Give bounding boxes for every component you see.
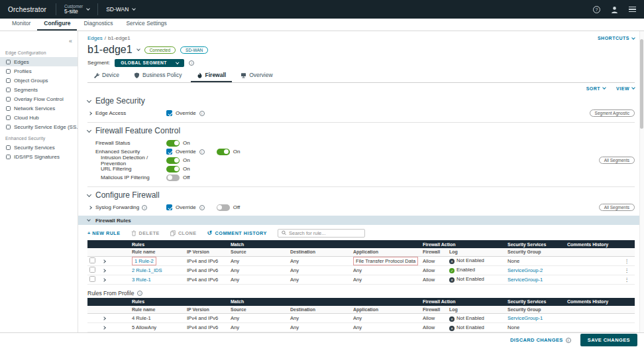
chevron-down-icon [631,36,635,40]
malicious-ip-filtering-toggle[interactable] [166,174,180,181]
firewall-status-state: On [183,140,190,146]
cell-rule-name: 3 Rule-1 [130,275,185,284]
rule-name-link[interactable]: 1 Rule-2 [134,258,154,264]
firewall-rule-row[interactable]: 3 Rule-1 IPv4 and IPv6 Any Any Any Allow… [87,275,635,284]
clone-button[interactable]: CLONE [170,230,197,236]
log-state-text: Not Enabled [456,276,484,282]
delete-button[interactable]: DELETE [131,230,160,236]
shortcuts-button[interactable]: SHORTCUTS [598,36,635,40]
firewall-rule-row[interactable]: 1 Rule-2 IPv4 and IPv6 Any Any File Tran… [87,256,635,265]
sidebar-item-ids-ips-signatures[interactable]: IDS/IPS Signatures [0,152,78,161]
sidebar-item-profiles[interactable]: Profiles [0,66,78,76]
collapse-sidebar-button[interactable]: « [69,38,72,44]
all-segments-badge: All Segments [599,157,635,164]
expand-row-icon[interactable] [102,326,106,330]
enhanced-security-toggle[interactable] [217,149,230,155]
breadcrumb-edges-link[interactable]: Edges [87,35,103,41]
security-group-link[interactable]: ServiceGroup-1 [508,277,543,283]
configure-firewall-section-header[interactable]: Configure Firewall [87,190,635,200]
firewall-rules-bar[interactable]: Firewall Rules [78,216,644,225]
tab-device-label: Device [102,72,119,78]
security-group-link[interactable]: ServiceGroup-2 [508,267,543,273]
rule-name-link[interactable]: 3 Rule-1 [132,277,151,283]
firewall-feature-control-title: Firewall Feature Control [95,126,180,135]
expand-row-icon[interactable] [102,278,106,282]
enhanced-security-state: On [233,149,241,155]
tab-overview[interactable]: Overview [235,71,278,82]
comment-history-button[interactable]: ↺ COMMENT HISTORY [207,230,267,236]
cell-firewall: Allow [421,323,447,332]
expand-row-icon[interactable] [102,316,106,320]
view-button[interactable]: VIEW [616,86,635,91]
help-icon[interactable]: ? [593,6,600,13]
url-filtering-toggle[interactable] [166,166,180,173]
tab-device[interactable]: Device [87,71,125,82]
expand-row-icon[interactable] [102,269,106,273]
title-dropdown-icon[interactable] [136,47,140,51]
firewall-status-toggle[interactable] [166,140,180,147]
cell-security-group: None [506,256,565,265]
rule-search-input[interactable] [289,230,361,236]
product-dropdown[interactable]: SD-WAN [98,0,143,19]
nav-tab-monitor[interactable]: Monitor [5,18,37,31]
sidebar-item-segments[interactable]: Segments [0,85,78,94]
intrusion-detection-toggle[interactable] [166,157,180,164]
expand-edge-access-icon[interactable] [88,111,92,115]
annotation-box: 1 Rule-2 [132,257,156,265]
sidebar-item-security-service-edge[interactable]: Security Service Edge (SS... [0,122,78,131]
nav-tab-diagnostics[interactable]: Diagnostics [77,18,119,31]
enhanced-security-override-checkbox[interactable] [166,149,172,155]
save-changes-button[interactable]: SAVE CHANGES [580,334,637,346]
expand-row-icon[interactable] [102,259,106,263]
help-glyph: ? [593,6,600,13]
scrollbar-track[interactable] [639,31,644,332]
user-icon[interactable] [611,6,618,13]
syslog-override-checkbox[interactable] [166,204,172,210]
firewall-feature-control-section-header[interactable]: Firewall Feature Control [87,126,635,135]
topbar: Orchestrator Customer 5-site SD-WAN ? [0,0,644,19]
ids-ips-signatures-icon [6,155,11,159]
row-checkbox[interactable] [89,276,95,282]
sidebar-item-security-services[interactable]: Security Services [0,143,78,152]
edge-access-override-checkbox[interactable] [166,110,172,116]
firewall-rule-row[interactable]: 2 Rule-1_IDS IPv4 and IPv6 Any Any Any A… [87,265,635,275]
sidebar-item-object-groups[interactable]: Object Groups [0,76,78,85]
security-group-link[interactable]: ServiceGroup-1 [508,315,543,321]
tab-business-policy[interactable]: Business Policy [128,71,188,82]
group-header-rules: Rules [130,298,229,306]
row-checkbox[interactable] [89,267,95,273]
sidebar-item-overlay-flow-control[interactable]: Overlay Flow Control [0,94,78,104]
row-actions-icon[interactable]: ⋮ [565,256,635,265]
profile-rule-row[interactable]: 4 Rule-1 IPv4 and IPv6 Any Any Any Allow… [87,314,635,323]
scrollbar-thumb[interactable] [640,39,643,129]
menu-icon[interactable] [629,5,636,14]
log-state-text: Enabled [456,267,475,273]
segment-select[interactable]: GLOBAL SEGMENT [115,59,184,67]
syslog-forwarding-label: Syslog Forwardingi [95,204,166,210]
rule-name-link[interactable]: 2 Rule-1_IDS [132,267,162,273]
syslog-toggle[interactable] [217,204,230,211]
info-icon: i [142,205,147,210]
chevron-down-icon [86,7,90,11]
firewall-status-label: Firewall Status [95,140,166,146]
row-checkbox[interactable] [89,257,95,263]
sidebar-item-cloud-hub[interactable]: Cloud Hub [0,113,78,122]
discard-changes-button[interactable]: DISCARD CHANGES i [510,337,571,343]
sidebar-item-edges[interactable]: Edges [0,57,78,66]
table-group-header: Rules Match Firewall Action Security Ser… [87,298,635,306]
edge-access-row: Edge Access Override i Segment Agnostic [87,109,635,117]
sidebar-item-network-services[interactable]: Network Services [0,104,78,113]
object-groups-icon [6,78,11,83]
expand-syslog-icon[interactable] [88,206,92,210]
main-content: Edges / b1-edge1 SHORTCUTS b1-edge1 Conn… [78,31,644,332]
edge-security-section-header[interactable]: Edge Security [87,96,635,105]
row-actions-icon[interactable]: ⋮ [565,265,635,275]
row-actions-icon[interactable]: ⋮ [565,275,635,284]
nav-tab-service-settings[interactable]: Service Settings [119,18,173,31]
tab-firewall[interactable]: Firewall [191,71,233,82]
sort-button[interactable]: SORT [586,86,606,91]
customer-dropdown[interactable]: Customer 5-site [56,0,97,19]
profile-rule-row[interactable]: 5 AllowAny IPv4 and IPv6 Any Any Any All… [87,323,635,332]
nav-tab-configure[interactable]: Configure [37,18,77,31]
new-rule-button[interactable]: + NEW RULE [87,230,121,236]
